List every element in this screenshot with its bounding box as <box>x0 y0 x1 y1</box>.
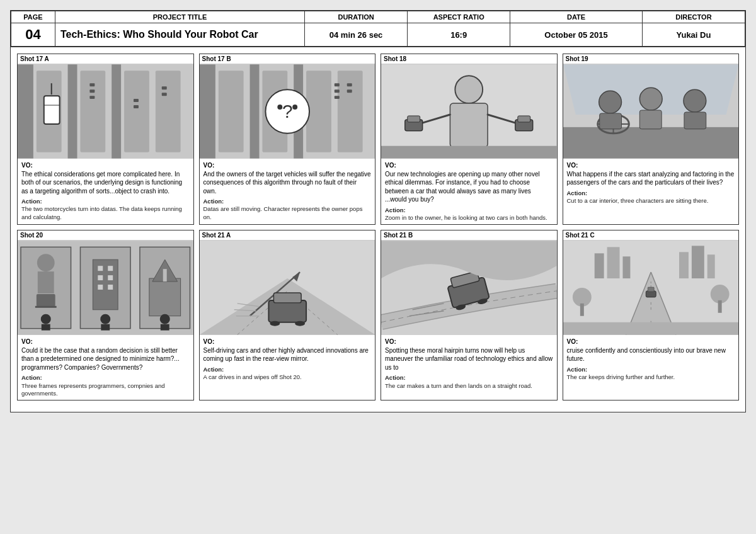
svg-rect-31 <box>334 89 339 93</box>
shot-17b-action: Action:Datas are still moving. Character… <box>203 198 372 221</box>
aspect-ratio-label: ASPECT RATIO <box>408 11 510 23</box>
svg-point-86 <box>295 321 305 326</box>
shot-20-action: Action:Three frames represents programme… <box>21 374 190 397</box>
svg-rect-59 <box>38 271 54 293</box>
svg-point-54 <box>683 89 706 112</box>
shot-17a-cell: Shot 17 A <box>17 54 194 225</box>
shot-19-cell: Shot 19 <box>563 54 740 225</box>
shot-21c-label: Shot 21 C <box>563 230 739 241</box>
svg-point-50 <box>598 91 621 113</box>
svg-rect-69 <box>108 285 113 290</box>
shot-21c-vo: VO:cruise confidently and conscientiousl… <box>567 338 735 363</box>
svg-rect-14 <box>134 99 139 102</box>
shot-21b-cell: Shot 21 B <box>381 230 558 401</box>
shot-21c-text: VO:cruise confidently and conscientiousl… <box>563 335 739 400</box>
shot-21a-vo: VO:Self-driving cars and other highly ad… <box>203 338 372 363</box>
shot-20-image <box>18 241 193 335</box>
shot-21b-image <box>381 241 557 335</box>
svg-text:?: ? <box>282 101 292 122</box>
shot-19-label: Shot 19 <box>563 54 739 64</box>
storyboard-section: Shot 17 A <box>11 47 745 412</box>
shot-21b-action: Action:The car makes a turn and then lan… <box>385 374 553 390</box>
page-container: PAGE PROJECT TITLE DURATION ASPECT RATIO… <box>10 10 746 412</box>
shot-18-label: Shot 18 <box>381 54 557 64</box>
svg-point-29 <box>292 105 297 110</box>
shot-19-text: VO:What happens if the cars start analyz… <box>563 159 739 224</box>
svg-point-58 <box>37 254 55 271</box>
shot-21b-vo: VO:Spotting these moral hairpin turns no… <box>385 338 553 372</box>
svg-point-85 <box>270 321 280 326</box>
shot-21a-cell: Shot 21 A <box>199 230 376 401</box>
shot-18-action: Action:Zoom in to the owner, he is looki… <box>385 207 553 222</box>
aspect-ratio-value: 16:9 <box>408 23 510 47</box>
svg-rect-109 <box>646 291 656 297</box>
svg-rect-66 <box>98 275 103 280</box>
svg-point-36 <box>455 76 483 103</box>
shot-21c-image <box>563 241 739 335</box>
svg-rect-3 <box>124 71 149 152</box>
svg-point-28 <box>277 105 282 110</box>
svg-rect-44 <box>381 146 557 159</box>
date-value: October 05 2015 <box>510 23 643 47</box>
shot-20-cell: Shot 20 <box>17 230 194 401</box>
shot-18-vo: VO:Our new technologies are opening up m… <box>385 161 553 204</box>
svg-rect-67 <box>108 275 113 280</box>
svg-rect-4 <box>156 71 181 152</box>
duration-label: DURATION <box>305 11 408 23</box>
shot-19-image <box>563 64 739 159</box>
svg-rect-24 <box>249 64 259 158</box>
shot-20-text: VO:Could it be the case that a random de… <box>18 335 193 400</box>
shot-21b-text: VO:Spotting these moral hairpin turns no… <box>381 335 557 400</box>
shot-17a-vo: VO:The ethical considerations get more c… <box>21 161 190 195</box>
svg-rect-37 <box>450 103 488 147</box>
shot-19-action: Action:Cut to a car interior, three char… <box>567 190 735 205</box>
shot-17a-action: Action:The two motorcycles turn into dat… <box>21 198 190 221</box>
storyboard-row-1: Shot 17 A <box>17 54 739 225</box>
director-value: Yukai Du <box>642 23 745 47</box>
shot-17a-label: Shot 17 A <box>18 54 193 64</box>
shot-17b-label: Shot 17 B <box>200 54 375 64</box>
svg-rect-106 <box>679 252 689 278</box>
svg-rect-55 <box>684 112 706 129</box>
shot-21c-action: Action:The car keeps driving further and… <box>567 366 735 382</box>
svg-rect-84 <box>273 293 301 303</box>
svg-rect-12 <box>89 89 94 93</box>
svg-rect-22 <box>337 71 362 152</box>
svg-rect-16 <box>162 86 167 89</box>
svg-rect-32 <box>334 96 339 99</box>
svg-rect-111 <box>563 322 739 335</box>
svg-rect-63 <box>93 259 118 310</box>
shot-17a-text: VO:The ethical considerations get more c… <box>18 159 193 224</box>
shot-20-vo: VO:Could it be the case that a random de… <box>21 338 190 372</box>
svg-rect-23 <box>200 64 215 158</box>
shot-21a-action: Action:A car drives in and wipes off Sho… <box>203 366 372 382</box>
svg-rect-77 <box>101 324 110 331</box>
svg-rect-104 <box>607 247 619 279</box>
svg-rect-19 <box>218 71 243 152</box>
shot-21a-label: Shot 21 A <box>200 230 375 241</box>
svg-rect-83 <box>268 300 306 322</box>
shot-17b-image: ? <box>200 64 375 159</box>
shot-17b-text: VO:And the owners of the target vehicles… <box>200 159 375 224</box>
svg-rect-11 <box>89 83 94 86</box>
svg-rect-61 <box>35 306 57 308</box>
svg-rect-6 <box>68 64 77 158</box>
svg-rect-79 <box>161 324 169 331</box>
header-table: PAGE PROJECT TITLE DURATION ASPECT RATIO… <box>11 11 745 47</box>
svg-point-76 <box>100 314 110 324</box>
svg-rect-64 <box>98 266 103 271</box>
shot-19-vo: VO:What happens if the cars start analyz… <box>567 161 735 187</box>
svg-rect-108 <box>707 254 714 278</box>
shot-21a-image <box>200 241 375 335</box>
svg-point-52 <box>639 88 662 110</box>
svg-rect-110 <box>648 287 654 292</box>
svg-rect-2 <box>80 71 105 152</box>
svg-rect-113 <box>580 304 583 316</box>
shot-18-text: VO:Our new technologies are opening up m… <box>381 159 557 224</box>
svg-rect-43 <box>518 116 530 122</box>
project-title-label: PROJECT TITLE <box>55 11 304 23</box>
project-title-value: Tech-Ethics: Who Should Your Robot Car <box>55 23 304 47</box>
svg-rect-115 <box>718 300 721 313</box>
svg-rect-7 <box>112 64 121 158</box>
director-label: DIRECTOR <box>642 11 745 23</box>
